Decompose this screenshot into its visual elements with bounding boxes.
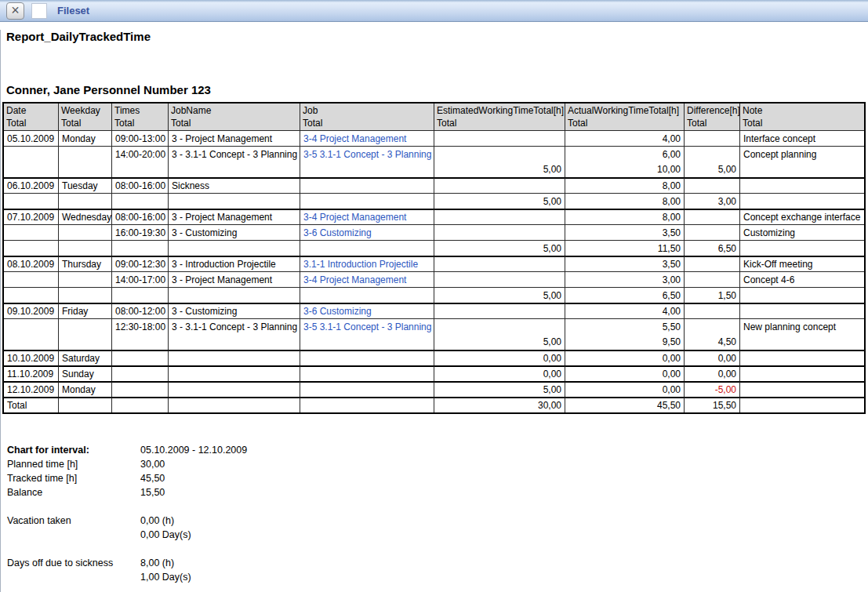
table-cell: 3 - Project Management	[168, 271, 300, 287]
table-cell: 3,50	[565, 256, 684, 271]
table-cell	[739, 177, 864, 193]
table-cell: 08:00-16:00	[111, 177, 168, 193]
job-link[interactable]: 3-4 Project Management	[303, 212, 406, 223]
table-cell	[434, 130, 565, 146]
table-cell: Sickness	[168, 177, 300, 193]
table-cell	[434, 256, 565, 271]
table-cell: 3 - Project Management	[168, 209, 300, 224]
table-cell	[684, 177, 739, 193]
job-link[interactable]: 3-4 Project Management	[303, 133, 406, 144]
table-row: 10.10.2009Saturday0,000,000,00	[4, 350, 864, 365]
table-cell: 16:00-19:30	[111, 224, 168, 240]
table-cell: 5,00	[684, 162, 739, 177]
table-cell: 5,00	[434, 381, 565, 397]
table-row: 08.10.2009Thursday09:00-12:303 - Introdu…	[4, 256, 864, 271]
table-row: 06.10.2009Tuesday08:00-16:00Sickness8,00	[4, 177, 864, 193]
job-link[interactable]: 3-4 Project Management	[303, 274, 406, 285]
table-cell: 5,00	[434, 240, 565, 256]
summary-label: Chart for interval:	[7, 443, 140, 457]
table-cell	[4, 146, 58, 162]
table-cell	[739, 162, 864, 177]
table-row: 12.10.2009Monday5,000,00-5,00	[4, 381, 864, 397]
summary-row: Chart for interval:05.10.2009 - 12.10.20…	[7, 443, 868, 457]
table-cell: Friday	[58, 303, 111, 318]
table-cell	[300, 397, 434, 412]
table-cell: 45,50	[565, 397, 684, 412]
summary-row: 1,00 Day(s)	[7, 570, 868, 584]
table-row: 11.10.2009Sunday0,000,000,00	[4, 365, 864, 381]
column-header-difference-h: Difference[h]Total	[684, 104, 739, 130]
table-cell: 5,00	[434, 193, 565, 209]
table-cell	[684, 271, 739, 287]
column-header-jobname: JobNameTotal	[168, 104, 300, 130]
table-cell: 3 - Customizing	[168, 224, 300, 240]
employee-header: Conner, Jane Personnel Number 123	[6, 83, 868, 96]
table-cell	[4, 287, 58, 303]
summary-value: 8,00 (h)	[140, 556, 174, 570]
summary-value: 30,00	[140, 457, 165, 471]
page-title: Report_DailyTrackedTime	[6, 30, 868, 43]
table-cell: 3 - Project Management	[168, 130, 300, 146]
summary-row: Tracked time [h]45,50	[7, 471, 868, 485]
table-cell	[111, 334, 168, 350]
table-cell: 8,00	[565, 209, 684, 224]
titlebar: × Fileset	[0, 0, 868, 22]
table-cell: 09:00-12:30	[111, 256, 168, 271]
table-cell	[58, 334, 111, 350]
table-cell: 08:00-12:00	[111, 303, 168, 318]
job-link[interactable]: 3-5 3.1-1 Concept - 3 Planning	[303, 149, 431, 160]
table-cell: Wednesday	[58, 209, 111, 224]
close-button[interactable]: ×	[6, 2, 24, 20]
table-cell: Concept planning	[739, 146, 864, 162]
summary-label	[7, 570, 140, 584]
table-cell: 0,00	[565, 381, 684, 397]
table-cell: Sunday	[58, 365, 111, 381]
table-cell: 14:00-20:00	[111, 146, 168, 162]
table-cell	[4, 162, 58, 177]
job-link[interactable]: 3-6 Customizing	[303, 227, 372, 238]
summary-label: Planned time [h]	[7, 457, 140, 471]
table-cell: Saturday	[58, 350, 111, 365]
column-header-actualworkingtimetotal-h: ActualWorkingTimeTotal[h]Total	[565, 104, 684, 130]
summary-label: Balance	[7, 485, 140, 499]
summary-row: Days off due to sickness8,00 (h)	[7, 556, 868, 570]
table-cell	[58, 146, 111, 162]
table-cell: 10,00	[565, 162, 684, 177]
table-cell: 5,00	[434, 162, 565, 177]
blank-page-icon	[31, 3, 47, 19]
table-cell	[168, 381, 300, 397]
table-cell	[684, 146, 739, 162]
table-cell: 5,00	[434, 287, 565, 303]
table-row: Total30,0045,5015,50	[4, 397, 864, 412]
job-link[interactable]: 3.1-1 Introduction Projectile	[303, 259, 418, 270]
close-icon: ×	[11, 3, 20, 17]
job-link[interactable]: 3-6 Customizing	[303, 306, 372, 317]
table-cell: 6,50	[684, 240, 739, 256]
table-cell	[111, 162, 168, 177]
job-link[interactable]: 3-5 3.1-1 Concept - 3 Planning	[303, 321, 431, 332]
table-cell: 06.10.2009	[4, 177, 58, 193]
table-cell: 3-5 3.1-1 Concept - 3 Planning	[300, 318, 434, 334]
table-cell: 6,00	[565, 146, 684, 162]
summary-spacer	[7, 499, 868, 514]
table-cell: 3,00	[684, 193, 739, 209]
tab-fileset[interactable]: Fileset	[57, 5, 89, 16]
table-cell: New planning concept	[739, 318, 864, 334]
summary-label	[7, 528, 140, 542]
table-cell: 5,00	[434, 334, 565, 350]
summary-row: Planned time [h]30,00	[7, 457, 868, 471]
column-header-date: DateTotal	[4, 104, 58, 130]
summary-label: Vacation taken	[7, 514, 140, 528]
column-header-times: TimesTotal	[111, 104, 168, 130]
table-cell	[300, 177, 434, 193]
table-cell: 3,00	[565, 271, 684, 287]
table-cell	[168, 334, 300, 350]
table-cell	[168, 193, 300, 209]
table-cell: 6,50	[565, 287, 684, 303]
table-row: 14:00-20:003 - 3.1-1 Concept - 3 Plannin…	[4, 146, 864, 162]
table-cell	[4, 224, 58, 240]
table-cell: 8,00	[565, 177, 684, 193]
table-cell: 0,00	[684, 365, 739, 381]
table-cell	[111, 350, 168, 365]
table-cell: 08:00-16:00	[111, 209, 168, 224]
